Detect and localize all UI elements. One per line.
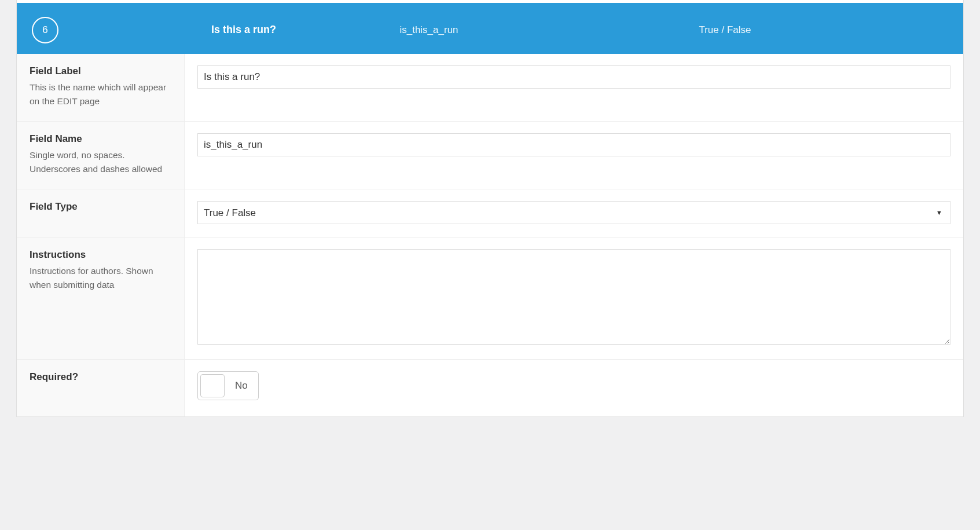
- row-field-label: Field Label This is the name which will …: [17, 54, 963, 122]
- header-field-name: is_this_a_run: [325, 24, 533, 36]
- field-name-heading: Field Name: [30, 133, 171, 145]
- required-toggle-text: No: [235, 380, 256, 392]
- field-label-desc: This is the name which will appear on th…: [30, 81, 171, 108]
- row-instructions: Instructions Instructions for authors. S…: [17, 237, 963, 360]
- row-field-name: Field Name Single word, no spaces. Under…: [17, 122, 963, 189]
- row-field-type: Field Type True / False ▼: [17, 189, 963, 237]
- header-field-type: True / False: [533, 24, 952, 36]
- toggle-knob: [200, 374, 225, 397]
- instructions-textarea[interactable]: [197, 249, 950, 345]
- required-heading: Required?: [30, 371, 171, 383]
- field-type-select[interactable]: True / False: [197, 201, 950, 224]
- field-order-number: 6: [42, 24, 47, 36]
- row-required: Required? No: [17, 360, 963, 416]
- header-field-label: Is this a run?: [76, 24, 325, 36]
- field-label-heading: Field Label: [30, 65, 171, 77]
- instructions-heading: Instructions: [30, 249, 171, 261]
- field-type-heading: Field Type: [30, 201, 171, 213]
- field-name-input[interactable]: [197, 133, 950, 156]
- instructions-desc: Instructions for authors. Shown when sub…: [30, 264, 171, 292]
- field-name-desc: Single word, no spaces. Underscores and …: [30, 148, 171, 176]
- field-order-badge: 6: [32, 17, 58, 43]
- required-toggle[interactable]: No: [197, 371, 259, 400]
- field-label-input[interactable]: [197, 65, 950, 89]
- field-header[interactable]: 6 Is this a run? is_this_a_run True / Fa…: [17, 3, 963, 54]
